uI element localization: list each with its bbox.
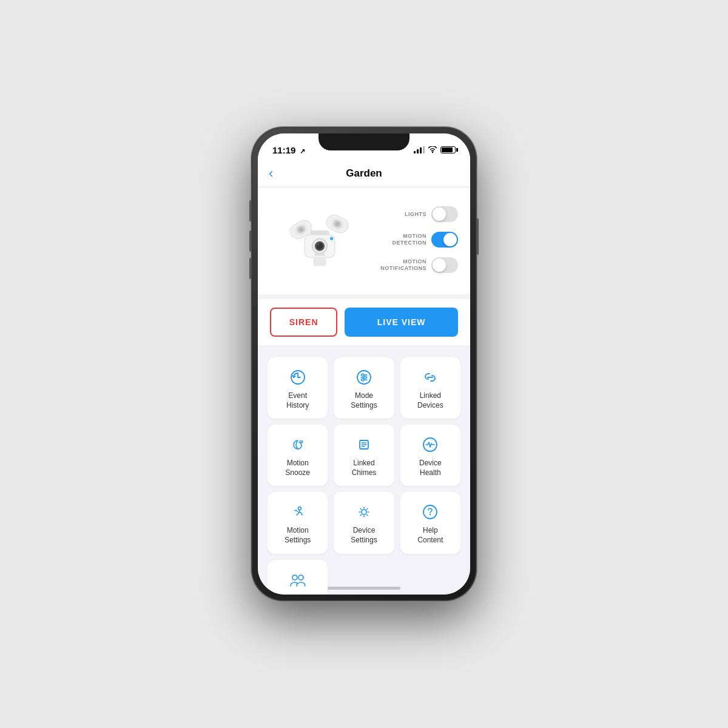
motion-notifications-toggle[interactable] (431, 257, 458, 273)
linked-devices-item[interactable]: LinkedDevices (400, 357, 460, 419)
live-view-button[interactable]: LIVE VIEW (345, 308, 458, 337)
svg-point-17 (330, 237, 333, 240)
status-icons (414, 146, 456, 153)
motion-notifications-toggle-row: MOTIONNOTIFICATIONS (379, 257, 458, 273)
svg-point-37 (430, 514, 431, 515)
help-content-item[interactable]: HelpContent (400, 492, 460, 553)
svg-point-39 (298, 575, 303, 580)
wifi-icon (428, 146, 437, 153)
device-health-icon (422, 436, 439, 454)
svg-point-0 (432, 152, 433, 153)
event-history-icon (289, 368, 306, 386)
grid-row-3: MotionSettings DeviceSettings (268, 492, 460, 553)
linked-chimes-item[interactable]: LinkedChimes (334, 425, 394, 486)
lights-toggle-row: LIGHTS (379, 206, 458, 222)
lights-toggle[interactable] (431, 206, 458, 222)
notch (318, 133, 410, 150)
siren-button[interactable]: SIREN (270, 308, 337, 337)
linked-devices-icon (422, 368, 439, 386)
phone-screen: 11:19 ↗ ‹ Garden (258, 133, 470, 595)
empty-item-3 (400, 560, 460, 595)
grid-row-2: MotionSnooze LinkedChimes (268, 425, 460, 486)
svg-point-25 (362, 379, 364, 381)
svg-point-24 (364, 376, 366, 379)
lights-label: LIGHTS (405, 211, 426, 218)
motion-snooze-label: MotionSnooze (285, 459, 310, 477)
svg-rect-9 (310, 231, 329, 235)
device-image (270, 197, 369, 282)
device-health-item[interactable]: DeviceHealth (400, 425, 460, 486)
motion-notifications-label: MOTIONNOTIFICATIONS (380, 258, 426, 272)
home-indicator (328, 587, 400, 590)
grid-row-1: EventHistory (268, 357, 460, 419)
motion-detection-toggle-row: MOTIONDETECTION (379, 232, 458, 248)
device-health-label: DeviceHealth (419, 459, 442, 477)
device-settings-label: DeviceSettings (351, 526, 377, 545)
shared-users-item[interactable] (268, 560, 328, 595)
svg-rect-15 (314, 254, 325, 256)
device-settings-icon (356, 503, 372, 521)
motion-settings-item[interactable]: MotionSettings (268, 492, 328, 553)
motion-settings-icon (289, 503, 306, 521)
motion-snooze-item[interactable]: MotionSnooze (268, 425, 328, 486)
action-buttons: SIREN LIVE VIEW (258, 299, 470, 350)
battery-icon (440, 146, 456, 153)
back-button[interactable]: ‹ (269, 166, 273, 181)
event-history-item[interactable]: EventHistory (268, 357, 328, 419)
camera-illustration (271, 197, 368, 282)
shared-users-icon (289, 571, 307, 589)
grid-menu: EventHistory (258, 350, 470, 595)
help-content-label: HelpContent (417, 526, 443, 545)
mode-settings-label: ModeSettings (351, 391, 377, 410)
help-content-icon (422, 503, 439, 521)
svg-point-35 (362, 510, 366, 514)
motion-settings-label: MotionSettings (285, 526, 311, 545)
device-section: LIGHTS MOTIONDETECTION MOTIO (258, 187, 470, 299)
mode-settings-item[interactable]: ModeSettings (334, 357, 394, 419)
svg-point-14 (317, 243, 320, 246)
signal-icon (414, 146, 425, 153)
motion-snooze-icon (289, 436, 306, 454)
event-history-label: EventHistory (286, 391, 309, 410)
page-title: Garden (270, 167, 458, 180)
status-time: 11:19 ↗ (272, 145, 305, 155)
screen-content[interactable]: ‹ Garden (258, 160, 470, 595)
phone-frame: 11:19 ↗ ‹ Garden (252, 127, 476, 601)
motion-detection-toggle[interactable] (431, 232, 458, 248)
location-icon: ↗ (300, 147, 305, 155)
svg-line-28 (300, 442, 303, 443)
mode-settings-icon (356, 368, 372, 386)
toggles-area: LIGHTS MOTIONDETECTION MOTIO (379, 206, 458, 273)
linked-chimes-icon (356, 436, 372, 454)
svg-point-23 (362, 374, 364, 376)
linked-chimes-label: LinkedChimes (352, 459, 377, 477)
motion-detection-label: MOTIONDETECTION (392, 233, 426, 246)
nav-bar: ‹ Garden (258, 160, 470, 187)
linked-devices-label: LinkedDevices (417, 391, 443, 410)
svg-rect-16 (313, 257, 326, 266)
svg-point-34 (298, 507, 301, 510)
svg-point-38 (292, 575, 297, 580)
device-settings-item[interactable]: DeviceSettings (334, 492, 394, 553)
